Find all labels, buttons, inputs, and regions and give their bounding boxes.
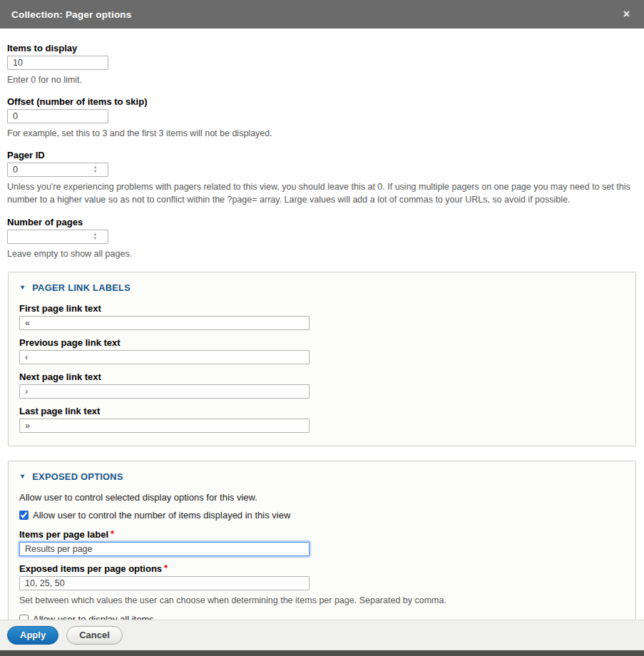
control-items-checkbox-row: Allow user to control the number of item…: [19, 510, 625, 521]
pager-link-labels-fieldset: ▼ PAGER LINK LABELS First page link text…: [8, 272, 636, 446]
previous-page-link-group: Previous page link text: [19, 337, 625, 364]
last-page-link-label: Last page link text: [19, 406, 625, 416]
pager-link-labels-legend-text: PAGER LINK LABELS: [32, 282, 131, 293]
cancel-button[interactable]: Cancel: [66, 626, 123, 645]
last-page-link-group: Last page link text: [19, 406, 625, 433]
dialog-content: Items to display Enter 0 for no limit. O…: [0, 29, 644, 620]
exposed-items-options-label: Exposed items per page options: [19, 563, 162, 574]
offset-group: Offset (number of items to skip) For exa…: [7, 96, 637, 140]
collapse-arrow-icon: ▼: [19, 284, 26, 291]
next-page-link-input[interactable]: [19, 384, 310, 399]
dialog-footer: Apply Cancel: [0, 620, 644, 650]
collapse-arrow-icon: ▼: [19, 473, 26, 480]
exposed-items-options-group: Exposed items per page options* Set betw…: [19, 563, 625, 607]
pager-id-help: Unless you're experiencing problems with…: [7, 180, 635, 206]
next-page-link-label: Next page link text: [19, 371, 625, 382]
previous-page-link-label: Previous page link text: [19, 337, 625, 348]
page-background-edge: [0, 650, 644, 656]
first-page-link-label: First page link text: [19, 303, 625, 314]
items-to-display-help: Enter 0 for no limit.: [7, 73, 635, 86]
display-all-checkbox-row: Allow user to display all items: [19, 614, 625, 620]
pager-id-group: Pager ID ▴▾ Unless you're experiencing p…: [7, 150, 637, 206]
offset-help: For example, set this to 3 and the first…: [7, 127, 635, 140]
previous-page-link-input[interactable]: [19, 350, 310, 364]
number-of-pages-group: Number of pages ▴▾ Leave empty to show a…: [7, 217, 637, 260]
exposed-options-description: Allow user to control selected display o…: [19, 492, 625, 503]
pager-id-label: Pager ID: [7, 150, 637, 160]
next-page-link-group: Next page link text: [19, 371, 625, 399]
items-per-page-label-input[interactable]: [19, 542, 310, 556]
offset-label: Offset (number of items to skip): [7, 96, 637, 107]
offset-input[interactable]: [7, 109, 108, 123]
items-to-display-input[interactable]: [7, 56, 108, 70]
number-spinner-icon[interactable]: ▴▾: [94, 165, 96, 173]
exposed-items-options-input[interactable]: [19, 576, 310, 590]
exposed-options-legend-text: EXPOSED OPTIONS: [32, 471, 123, 482]
pager-id-input[interactable]: [7, 163, 108, 177]
required-asterisk: *: [164, 563, 168, 573]
dialog-title: Collection: Pager options: [11, 9, 620, 20]
first-page-link-group: First page link text: [19, 303, 625, 330]
items-to-display-group: Items to display Enter 0 for no limit.: [7, 43, 637, 86]
last-page-link-input[interactable]: [19, 419, 310, 433]
close-icon[interactable]: ×: [620, 7, 633, 21]
items-per-page-label-group: Items per page label*: [19, 529, 625, 556]
exposed-options-fieldset: ▼ EXPOSED OPTIONS Allow user to control …: [8, 461, 636, 620]
dialog-titlebar: Collection: Pager options ×: [0, 0, 644, 29]
required-asterisk: *: [111, 528, 114, 539]
items-to-display-label: Items to display: [7, 43, 637, 53]
display-all-checkbox-label: Allow user to display all items: [33, 614, 154, 620]
control-items-checkbox[interactable]: [19, 511, 29, 520]
display-all-checkbox[interactable]: [19, 615, 29, 620]
items-per-page-label-label: Items per page label: [19, 529, 108, 540]
first-page-link-input[interactable]: [19, 316, 310, 330]
number-of-pages-help: Leave empty to show all pages.: [7, 247, 635, 260]
pager-link-labels-legend[interactable]: ▼ PAGER LINK LABELS: [19, 282, 625, 293]
apply-button[interactable]: Apply: [7, 626, 58, 645]
number-of-pages-input[interactable]: [7, 230, 108, 244]
number-of-pages-label: Number of pages: [7, 217, 637, 227]
number-spinner-icon[interactable]: ▴▾: [94, 232, 96, 240]
exposed-options-legend[interactable]: ▼ EXPOSED OPTIONS: [19, 471, 625, 482]
exposed-items-options-help: Set between which values the user can ch…: [19, 594, 625, 607]
control-items-checkbox-label: Allow user to control the number of item…: [33, 510, 290, 521]
